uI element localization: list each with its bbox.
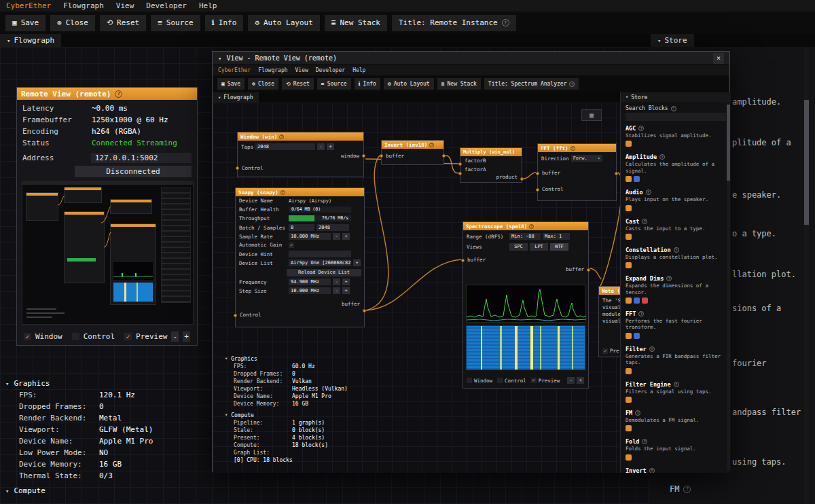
window-checkbox[interactable] bbox=[467, 378, 472, 383]
source-button[interactable]: ≡Source bbox=[317, 78, 351, 90]
range-min-input[interactable]: Min: -88 bbox=[509, 233, 541, 240]
spectroscope-block[interactable]: Spectroscope (spe18)? Range (dBFS) Min: … bbox=[463, 221, 589, 389]
menu-flowgraph[interactable]: Flowgraph bbox=[258, 67, 287, 73]
remote-preview[interactable] bbox=[22, 181, 194, 325]
frequency-input[interactable]: 94.900 MHz bbox=[289, 278, 331, 285]
store-item-agc[interactable]: AGC? Stabilizes signal amplitude. bbox=[626, 125, 726, 148]
output-port[interactable] bbox=[442, 154, 446, 158]
store-scrollbar[interactable] bbox=[727, 103, 730, 470]
new-stack-button[interactable]: ≣New Stack bbox=[325, 15, 387, 31]
window-block[interactable]: Window (win)? Taps 2048 - + window Contr… bbox=[237, 132, 364, 177]
store-item-amplitude[interactable]: Amplitude? Calculates the amplitude of a… bbox=[626, 154, 726, 183]
block-header[interactable]: Multiply (win_mul) bbox=[460, 148, 522, 156]
view-lpt-button[interactable]: LPT bbox=[530, 243, 548, 251]
chevron-down-icon[interactable]: ▾ bbox=[353, 259, 361, 266]
output-port[interactable] bbox=[363, 309, 366, 312]
new-stack-button[interactable]: ≣New Stack bbox=[437, 78, 481, 90]
search-input[interactable] bbox=[626, 113, 726, 121]
store-item-cast[interactable]: Cast? Casts the input to a type. bbox=[626, 218, 726, 241]
store-item-invert[interactable]: Invert? bbox=[626, 467, 726, 473]
device-list-dropdown[interactable]: AirSpy One [260868c82a324 bbox=[289, 259, 351, 266]
reset-button[interactable]: ⟲Reset bbox=[100, 15, 146, 31]
block-header[interactable]: Invert (inv18)? bbox=[382, 141, 443, 149]
block-header[interactable]: FFT (fft)? bbox=[538, 144, 616, 152]
block-header[interactable]: Soapy (soapy)? bbox=[236, 188, 364, 196]
minimap-button[interactable]: ▦ bbox=[581, 109, 602, 121]
freq-minus-button[interactable]: - bbox=[333, 278, 340, 285]
info-button[interactable]: ℹInfo bbox=[355, 78, 380, 90]
scrollbar-thumb[interactable] bbox=[727, 105, 730, 181]
store-item-fm[interactable]: FM? Demodulates a FM signal. bbox=[626, 410, 726, 433]
invert-block[interactable]: Invert (inv18)? buffer bbox=[381, 140, 444, 165]
preview-checkbox[interactable]: ✓ bbox=[124, 333, 132, 340]
preview-checkbox[interactable]: ✓ bbox=[531, 378, 537, 383]
address-input[interactable]: 127.0.0.1:5002 bbox=[91, 153, 192, 163]
direction-dropdown[interactable]: Forw.▾ bbox=[571, 155, 602, 162]
batch-input[interactable]: 8 bbox=[289, 224, 314, 231]
control-port[interactable] bbox=[234, 314, 237, 317]
taps-plus-button[interactable]: + bbox=[327, 143, 334, 150]
output-port[interactable] bbox=[362, 154, 365, 158]
freq-plus-button[interactable]: + bbox=[342, 278, 350, 285]
auto-gain-checkbox[interactable]: ✓ bbox=[289, 242, 294, 248]
store-item-fft[interactable]: FFT? Performs the fast fourier transform… bbox=[626, 310, 726, 340]
compute-section-header[interactable]: ▾Compute bbox=[225, 411, 348, 419]
multiply-block[interactable]: Multiply (win_mul) factorB factorA produ… bbox=[460, 147, 522, 183]
output-port[interactable] bbox=[520, 177, 524, 181]
device-hint-input[interactable] bbox=[289, 251, 351, 257]
input-port[interactable] bbox=[461, 259, 465, 262]
scrollbar-thumb[interactable] bbox=[804, 100, 809, 225]
scale-minus-button[interactable]: - bbox=[171, 331, 179, 342]
control-checkbox[interactable] bbox=[72, 333, 79, 340]
control-port[interactable] bbox=[536, 188, 539, 192]
inner-flowgraph-canvas[interactable]: ▦ Window (win)? Taps 2048 - + window Con… bbox=[213, 103, 620, 473]
window-titlebar[interactable]: ▾ View - Remote View (remote) × bbox=[213, 52, 729, 65]
view-wtf-button[interactable]: WTF bbox=[550, 243, 568, 251]
window-close-button[interactable]: × bbox=[713, 53, 724, 64]
source-button[interactable]: ≡Source bbox=[151, 15, 200, 31]
menu-flowgraph[interactable]: Flowgraph bbox=[63, 1, 104, 10]
view-spc-button[interactable]: SPC bbox=[509, 243, 528, 251]
note-block[interactable]: Note (n The 'Sp visualiz modules visuali… bbox=[598, 286, 620, 357]
input-port[interactable] bbox=[458, 172, 462, 175]
output-port[interactable] bbox=[587, 268, 590, 272]
menu-developer[interactable]: Developer bbox=[316, 67, 345, 73]
store-scrollbar[interactable] bbox=[804, 47, 809, 504]
remote-view-window[interactable]: ▾ View - Remote View (remote) × CyberEth… bbox=[212, 51, 730, 472]
step-minus-button[interactable]: - bbox=[333, 287, 340, 294]
samples-input[interactable]: 2048 bbox=[316, 224, 349, 231]
save-button[interactable]: ▣Save bbox=[217, 78, 244, 90]
range-max-input[interactable]: Max: 1 bbox=[543, 233, 570, 240]
sample-rate-input[interactable]: 10.000 MHz bbox=[289, 233, 331, 240]
remote-view-header[interactable]: Remote View (remote)? bbox=[17, 88, 197, 100]
control-checkbox[interactable] bbox=[497, 378, 503, 383]
store-item-filter-engine[interactable]: Filter Engine? Filters a signal using ta… bbox=[626, 381, 726, 404]
info-button[interactable]: ℹInfo bbox=[205, 15, 244, 31]
step-size-input[interactable]: 10.000 MHz bbox=[289, 287, 331, 294]
close-button[interactable]: ⊗Close bbox=[50, 15, 95, 31]
output-port[interactable] bbox=[615, 172, 618, 175]
store-item-expand-dims[interactable]: Expand Dims? Expands the dimensions of a… bbox=[626, 275, 726, 305]
menu-help[interactable]: Help bbox=[199, 1, 217, 10]
tab-store[interactable]: ▾Store bbox=[621, 92, 731, 102]
tab-flowgraph[interactable]: ▾Flowgraph bbox=[0, 34, 61, 47]
input-port[interactable] bbox=[380, 154, 383, 158]
compute-section-header[interactable]: ▾Compute bbox=[5, 485, 46, 497]
spectrum-plot[interactable] bbox=[466, 285, 585, 323]
tab-flowgraph[interactable]: ▾Flowgraph bbox=[213, 92, 259, 103]
step-plus-button[interactable]: + bbox=[342, 287, 350, 294]
store-item-audio[interactable]: Audio? Plays input on the speaker. bbox=[626, 189, 726, 212]
block-header[interactable]: Note (n bbox=[599, 287, 620, 295]
menu-developer[interactable]: Developer bbox=[146, 1, 187, 10]
window-checkbox[interactable]: ✓ bbox=[24, 333, 31, 340]
title-button[interactable]: Title: Remote Instance? bbox=[392, 15, 516, 31]
menu-help[interactable]: Help bbox=[352, 67, 365, 73]
store-item-filter[interactable]: Filter? Generates a FIR bandpass filter … bbox=[626, 346, 726, 376]
graphics-section-header[interactable]: ▾Graphics bbox=[5, 378, 153, 389]
taps-input[interactable]: 2048 bbox=[255, 143, 315, 150]
scale-minus-button[interactable]: - bbox=[567, 377, 575, 384]
soapy-block[interactable]: Soapy (soapy)? Device NameAirspy (Airspy… bbox=[235, 187, 365, 327]
control-port[interactable] bbox=[236, 166, 239, 170]
rate-minus-button[interactable]: - bbox=[333, 233, 340, 240]
scale-plus-button[interactable]: + bbox=[183, 331, 190, 342]
